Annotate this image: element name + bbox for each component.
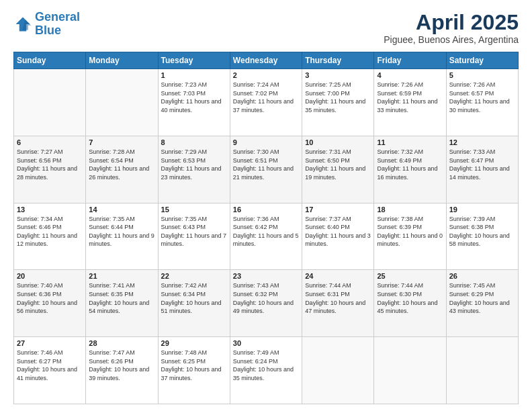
col-tuesday: Tuesday: [158, 52, 230, 69]
day-info: Sunrise: 7:39 AM Sunset: 6:38 PM Dayligh…: [449, 215, 515, 248]
table-row: 10Sunrise: 7:31 AM Sunset: 6:50 PM Dayli…: [302, 136, 374, 203]
table-row: 25Sunrise: 7:44 AM Sunset: 6:30 PM Dayli…: [374, 270, 446, 337]
calendar-header-row: Sunday Monday Tuesday Wednesday Thursday…: [14, 52, 519, 69]
table-row: 3Sunrise: 7:25 AM Sunset: 7:00 PM Daylig…: [302, 69, 374, 136]
col-friday: Friday: [374, 52, 446, 69]
day-info: Sunrise: 7:41 AM Sunset: 6:35 PM Dayligh…: [89, 281, 154, 315]
day-number: 12: [449, 138, 515, 146]
day-info: Sunrise: 7:23 AM Sunset: 7:03 PM Dayligh…: [161, 81, 227, 114]
table-row: 12Sunrise: 7:33 AM Sunset: 6:47 PM Dayli…: [446, 136, 518, 203]
day-info: Sunrise: 7:43 AM Sunset: 6:32 PM Dayligh…: [233, 281, 299, 315]
table-row: 7Sunrise: 7:28 AM Sunset: 6:54 PM Daylig…: [86, 136, 158, 203]
table-row: 14Sunrise: 7:35 AM Sunset: 6:44 PM Dayli…: [86, 203, 158, 270]
title-block: April 2025 Piguee, Buenos Aires, Argenti…: [384, 11, 519, 45]
header: General Blue April 2025 Piguee, Buenos A…: [13, 11, 519, 45]
table-row: 27Sunrise: 7:46 AM Sunset: 6:27 PM Dayli…: [14, 337, 86, 404]
day-info: Sunrise: 7:40 AM Sunset: 6:36 PM Dayligh…: [17, 281, 83, 315]
day-number: 10: [305, 138, 371, 146]
day-number: 16: [233, 205, 299, 214]
table-row: 20Sunrise: 7:40 AM Sunset: 6:36 PM Dayli…: [14, 270, 86, 337]
day-number: 28: [89, 339, 154, 347]
table-row: 26Sunrise: 7:45 AM Sunset: 6:29 PM Dayli…: [446, 270, 518, 337]
table-row: 8Sunrise: 7:29 AM Sunset: 6:53 PM Daylig…: [158, 136, 230, 203]
day-number: 13: [17, 205, 83, 214]
col-monday: Monday: [86, 52, 158, 69]
calendar-week-row: 13Sunrise: 7:34 AM Sunset: 6:46 PM Dayli…: [14, 203, 519, 270]
day-number: 27: [17, 339, 83, 347]
day-number: 22: [161, 272, 227, 280]
table-row: 1Sunrise: 7:23 AM Sunset: 7:03 PM Daylig…: [158, 69, 230, 136]
day-info: Sunrise: 7:25 AM Sunset: 7:00 PM Dayligh…: [305, 81, 371, 114]
day-info: Sunrise: 7:35 AM Sunset: 6:43 PM Dayligh…: [161, 215, 227, 248]
day-info: Sunrise: 7:32 AM Sunset: 6:49 PM Dayligh…: [377, 148, 443, 181]
logo-general: General: [35, 10, 80, 24]
table-row: 13Sunrise: 7:34 AM Sunset: 6:46 PM Dayli…: [14, 203, 86, 270]
table-row: 18Sunrise: 7:38 AM Sunset: 6:39 PM Dayli…: [374, 203, 446, 270]
table-row: [446, 337, 518, 404]
day-info: Sunrise: 7:38 AM Sunset: 6:39 PM Dayligh…: [377, 215, 443, 248]
day-info: Sunrise: 7:36 AM Sunset: 6:42 PM Dayligh…: [233, 215, 299, 248]
table-row: 17Sunrise: 7:37 AM Sunset: 6:40 PM Dayli…: [302, 203, 374, 270]
day-info: Sunrise: 7:29 AM Sunset: 6:53 PM Dayligh…: [161, 148, 227, 181]
day-info: Sunrise: 7:27 AM Sunset: 6:56 PM Dayligh…: [17, 148, 83, 181]
table-row: 16Sunrise: 7:36 AM Sunset: 6:42 PM Dayli…: [230, 203, 302, 270]
day-info: Sunrise: 7:47 AM Sunset: 6:26 PM Dayligh…: [89, 349, 154, 382]
calendar-week-row: 1Sunrise: 7:23 AM Sunset: 7:03 PM Daylig…: [14, 69, 519, 136]
calendar-week-row: 20Sunrise: 7:40 AM Sunset: 6:36 PM Dayli…: [14, 270, 519, 337]
day-info: Sunrise: 7:35 AM Sunset: 6:44 PM Dayligh…: [89, 215, 154, 248]
page: General Blue April 2025 Piguee, Buenos A…: [0, 0, 532, 411]
day-number: 20: [17, 272, 83, 280]
day-info: Sunrise: 7:49 AM Sunset: 6:24 PM Dayligh…: [233, 349, 299, 382]
day-number: 18: [377, 205, 443, 214]
table-row: 21Sunrise: 7:41 AM Sunset: 6:35 PM Dayli…: [86, 270, 158, 337]
day-info: Sunrise: 7:26 AM Sunset: 6:57 PM Dayligh…: [449, 81, 515, 114]
day-info: Sunrise: 7:42 AM Sunset: 6:34 PM Dayligh…: [161, 281, 227, 315]
subtitle: Piguee, Buenos Aires, Argentina: [384, 34, 519, 45]
day-number: 14: [89, 205, 154, 214]
day-number: 26: [449, 272, 515, 280]
day-number: 30: [233, 339, 299, 347]
day-number: 11: [377, 138, 443, 146]
table-row: 24Sunrise: 7:44 AM Sunset: 6:31 PM Dayli…: [302, 270, 374, 337]
day-number: 21: [89, 272, 154, 280]
table-row: 19Sunrise: 7:39 AM Sunset: 6:38 PM Dayli…: [446, 203, 518, 270]
day-number: 3: [305, 71, 371, 79]
day-number: 1: [161, 71, 227, 79]
logo-blue: Blue: [35, 24, 61, 37]
table-row: 11Sunrise: 7:32 AM Sunset: 6:49 PM Dayli…: [374, 136, 446, 203]
col-saturday: Saturday: [446, 52, 518, 69]
day-number: 6: [17, 138, 83, 146]
day-info: Sunrise: 7:24 AM Sunset: 7:02 PM Dayligh…: [233, 81, 299, 114]
day-info: Sunrise: 7:46 AM Sunset: 6:27 PM Dayligh…: [17, 349, 83, 382]
calendar-table: Sunday Monday Tuesday Wednesday Thursday…: [13, 52, 519, 404]
main-title: April 2025: [384, 11, 519, 34]
logo-icon: [13, 15, 32, 34]
day-number: 15: [161, 205, 227, 214]
table-row: 5Sunrise: 7:26 AM Sunset: 6:57 PM Daylig…: [446, 69, 518, 136]
day-number: 8: [161, 138, 227, 146]
day-number: 19: [449, 205, 515, 214]
day-info: Sunrise: 7:26 AM Sunset: 6:59 PM Dayligh…: [377, 81, 443, 114]
table-row: [302, 337, 374, 404]
table-row: 23Sunrise: 7:43 AM Sunset: 6:32 PM Dayli…: [230, 270, 302, 337]
day-info: Sunrise: 7:45 AM Sunset: 6:29 PM Dayligh…: [449, 281, 515, 315]
col-wednesday: Wednesday: [230, 52, 302, 69]
table-row: 2Sunrise: 7:24 AM Sunset: 7:02 PM Daylig…: [230, 69, 302, 136]
day-number: 5: [449, 71, 515, 79]
day-info: Sunrise: 7:31 AM Sunset: 6:50 PM Dayligh…: [305, 148, 371, 181]
table-row: 4Sunrise: 7:26 AM Sunset: 6:59 PM Daylig…: [374, 69, 446, 136]
calendar-week-row: 27Sunrise: 7:46 AM Sunset: 6:27 PM Dayli…: [14, 337, 519, 404]
table-row: 9Sunrise: 7:30 AM Sunset: 6:51 PM Daylig…: [230, 136, 302, 203]
day-info: Sunrise: 7:44 AM Sunset: 6:30 PM Dayligh…: [377, 281, 443, 315]
day-info: Sunrise: 7:34 AM Sunset: 6:46 PM Dayligh…: [17, 215, 83, 248]
day-number: 24: [305, 272, 371, 280]
day-number: 2: [233, 71, 299, 79]
table-row: [86, 69, 158, 136]
table-row: 6Sunrise: 7:27 AM Sunset: 6:56 PM Daylig…: [14, 136, 86, 203]
day-info: Sunrise: 7:28 AM Sunset: 6:54 PM Dayligh…: [89, 148, 154, 181]
logo-text: General Blue: [35, 11, 80, 38]
logo: General Blue: [13, 11, 80, 38]
day-number: 25: [377, 272, 443, 280]
day-number: 23: [233, 272, 299, 280]
day-info: Sunrise: 7:44 AM Sunset: 6:31 PM Dayligh…: [305, 281, 371, 315]
